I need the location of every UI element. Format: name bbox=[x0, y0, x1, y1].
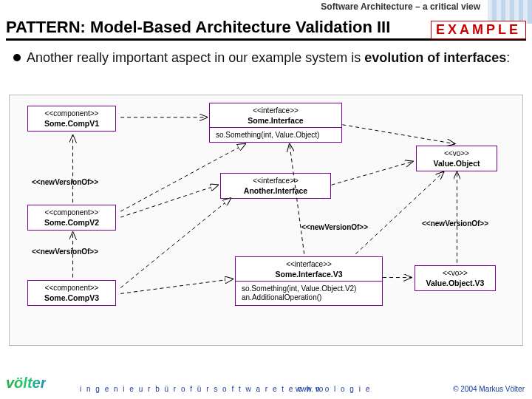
stereo: <<vo>> bbox=[421, 149, 492, 159]
bullet-icon bbox=[13, 54, 21, 61]
name: Value.Object.V3 bbox=[420, 279, 491, 288]
example-badge: EXAMPLE bbox=[431, 21, 526, 39]
stereo: <<vo>> bbox=[420, 269, 491, 279]
svg-line-9 bbox=[331, 161, 412, 185]
stereo: <<interface>> bbox=[240, 260, 378, 270]
name: Some.CompV3 bbox=[33, 293, 111, 303]
box-compV3: <<component>> Some.CompV3 bbox=[27, 280, 116, 306]
logo: völter bbox=[6, 375, 46, 392]
name: Some.Interface.V3 bbox=[240, 270, 378, 279]
name: Some.Interface bbox=[214, 116, 337, 126]
bullet-lead: Another really important aspect in our e… bbox=[27, 50, 364, 65]
op: so.Something(int, Value.Object.V2) an.Ad… bbox=[240, 283, 378, 303]
subtitle: Software Architecture – a critical view bbox=[321, 1, 480, 12]
box-vo1: <<vo>> Value.Object bbox=[416, 146, 497, 171]
edge-label-nv2: <<newVersionOf>> bbox=[32, 248, 98, 256]
name: Another.Interface bbox=[225, 186, 326, 196]
name: Some.CompV2 bbox=[33, 218, 111, 228]
svg-line-8 bbox=[290, 144, 304, 254]
op: so.Something(int, Value.Object) bbox=[214, 129, 337, 140]
name: Some.CompV1 bbox=[33, 119, 111, 129]
edge-label-nv3: <<newVersionOf>> bbox=[301, 223, 368, 231]
stereo: <<component>> bbox=[33, 109, 111, 119]
stereo: <<interface>> bbox=[225, 177, 326, 186]
svg-line-11 bbox=[355, 171, 443, 253]
bullet-bold: evolution of interfaces bbox=[364, 50, 506, 65]
box-iface1: <<interface>> Some.Interface so.Somethin… bbox=[209, 103, 342, 143]
box-iface2: <<interface>> Another.Interface bbox=[220, 173, 331, 199]
bullet-text: Another really important aspect in our e… bbox=[27, 49, 510, 66]
footer-url: www. vo bbox=[296, 385, 323, 393]
svg-line-1 bbox=[342, 125, 454, 144]
stereo: <<component>> bbox=[33, 284, 111, 293]
footer: völter i n g e n i e u r b ü r o f ü r s… bbox=[0, 371, 532, 399]
tagline: i n g e n i e u r b ü r o f ü r s o f t … bbox=[80, 385, 371, 393]
box-compV1: <<component>> Some.CompV1 bbox=[27, 106, 116, 132]
svg-line-7 bbox=[120, 279, 233, 294]
svg-line-6 bbox=[120, 198, 231, 287]
uml-diagram: <<component>> Some.CompV1 <<component>> … bbox=[9, 95, 523, 346]
edge-label-nv1: <<newVersionOf>> bbox=[32, 178, 98, 186]
stereo: <<component>> bbox=[33, 208, 111, 218]
bullet-tail: : bbox=[506, 50, 510, 65]
box-iface3: <<interface>> Some.Interface.V3 so.Somet… bbox=[235, 256, 383, 306]
name: Value.Object bbox=[421, 159, 492, 168]
bullet-point: Another really important aspect in our e… bbox=[13, 49, 519, 66]
stereo: <<interface>> bbox=[214, 106, 337, 116]
box-vo3: <<vo>> Value.Object.V3 bbox=[415, 265, 496, 291]
svg-line-5 bbox=[120, 185, 218, 217]
edge-label-nv4: <<newVersionOf>> bbox=[422, 219, 488, 228]
copyright: © 2004 Markus Völter bbox=[453, 385, 525, 393]
box-compV2: <<component>> Some.CompV2 bbox=[27, 205, 116, 231]
